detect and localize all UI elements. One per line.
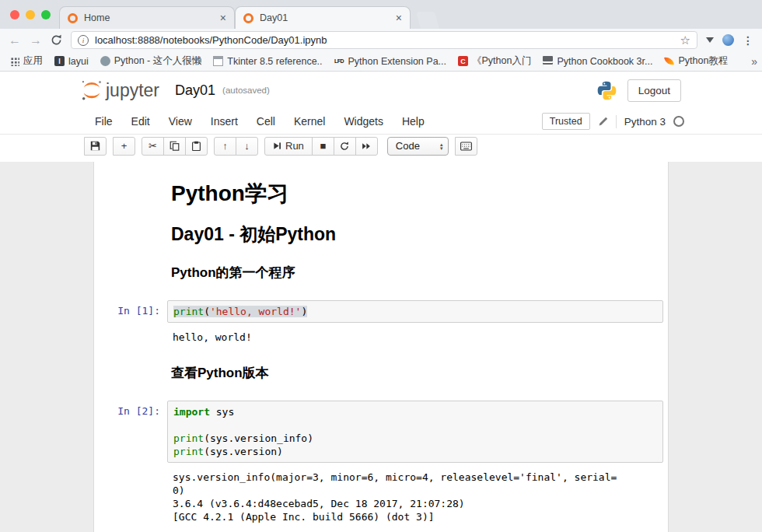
cell-type-value: Code <box>396 140 420 152</box>
arrow-down-icon: ↓ <box>244 140 250 152</box>
scissors-icon: ✂ <box>149 140 157 152</box>
restart-run-all-button[interactable] <box>355 137 378 156</box>
cell-output-row: hello, world! <box>94 323 668 347</box>
bookmark-tkinter[interactable]: Tkinter 8.5 reference.. <box>213 56 322 67</box>
feather-favicon-icon <box>665 56 675 66</box>
zoom-window-button[interactable] <box>41 10 51 19</box>
cell-output: hello, world! <box>167 327 663 347</box>
forward-icon[interactable]: → <box>30 34 42 47</box>
close-window-button[interactable] <box>10 10 19 19</box>
trusted-button[interactable]: Trusted <box>542 113 590 130</box>
new-tab-button[interactable] <box>416 12 439 29</box>
c-favicon-icon: C <box>458 56 468 66</box>
menu-insert[interactable]: Insert <box>201 115 247 128</box>
add-cell-button[interactable]: + <box>113 137 135 156</box>
reload-icon[interactable] <box>51 34 62 46</box>
menu-file[interactable]: File <box>86 115 122 128</box>
interrupt-kernel-button[interactable]: ■ <box>312 137 334 156</box>
logout-button[interactable]: Logout <box>627 79 681 102</box>
tab-home[interactable]: Home × <box>59 6 235 29</box>
notebook-heading2: Day01 - 初始Python <box>171 222 659 247</box>
run-button[interactable]: Run <box>264 137 313 156</box>
select-arrows-icon: ▴▾ <box>440 142 443 150</box>
save-icon <box>90 141 100 151</box>
notebook-title[interactable]: Day01 <box>175 82 215 99</box>
autosave-status: (autosaved) <box>222 86 270 95</box>
bookmark-python-intro[interactable]: C 《Python入门 <box>458 54 531 68</box>
markdown-cell[interactable]: 查看Python版本 <box>94 364 668 382</box>
paste-cell-button[interactable] <box>185 137 208 156</box>
bookmark-label: Python - 这个人很懒 <box>114 54 202 68</box>
blog-favicon-icon <box>100 56 110 66</box>
restart-icon <box>340 142 349 151</box>
bookmark-label: 《Python入门 <box>472 54 531 68</box>
bookmark-label: layui <box>68 56 89 67</box>
restart-kernel-button[interactable] <box>334 137 356 156</box>
book-favicon-icon <box>543 56 553 66</box>
run-icon <box>273 142 281 150</box>
bookmark-python-extension[interactable]: LFD Python Extension Pa... <box>334 56 446 67</box>
minimize-window-button[interactable] <box>26 10 35 19</box>
menu-view[interactable]: View <box>159 115 201 128</box>
bookmark-apps[interactable]: 应用 <box>10 54 43 68</box>
jupyter-wordmark: jupyter <box>106 80 159 101</box>
site-info-icon[interactable]: i <box>78 35 89 46</box>
profile-extension-icon[interactable] <box>722 34 734 46</box>
url-input[interactable]: i localhost:8888/notebooks/PythonCode/Da… <box>71 31 697 49</box>
lfd-favicon-icon: LFD <box>334 56 344 66</box>
markdown-cell[interactable]: Python学习 Day01 - 初始Python Python的第一个程序 <box>94 179 668 282</box>
code-cell-1[interactable]: In [1]: print('hello, world!') <box>94 300 668 323</box>
cell-type-select[interactable]: Code ▴▾ <box>387 137 449 156</box>
jupyter-planet-icon <box>80 79 103 102</box>
jupyter-header: jupyter Day01 (autosaved) Logout <box>0 72 762 109</box>
code-prompt: In [2]: <box>96 401 167 463</box>
apps-grid-icon <box>10 57 19 66</box>
bookmarks-overflow-icon[interactable]: » <box>751 55 757 68</box>
code-input[interactable]: print('hello, world!') <box>167 300 663 323</box>
notebook-heading1: Python学习 <box>171 179 659 208</box>
code-input[interactable]: import sys print(sys.version_info) print… <box>167 401 663 463</box>
menu-kernel[interactable]: Kernel <box>285 115 334 128</box>
copy-icon <box>170 141 180 151</box>
menu-cell[interactable]: Cell <box>247 115 285 128</box>
download-extension-icon[interactable] <box>706 37 714 43</box>
menu-widgets[interactable]: Widgets <box>334 115 393 128</box>
url-text: localhost:8888/notebooks/PythonCode/Day0… <box>95 34 674 46</box>
menu-help[interactable]: Help <box>393 115 434 128</box>
bookmark-layui[interactable]: l layui <box>54 56 89 67</box>
browser-menu-icon[interactable]: ⋮ <box>743 34 753 47</box>
kernel-name: Python 3 <box>624 116 666 128</box>
tab-close-icon[interactable]: × <box>396 12 402 24</box>
jupyter-menubar: File Edit View Insert Cell Kernel Widget… <box>0 109 762 135</box>
bookmark-star-icon[interactable]: ☆ <box>680 34 690 46</box>
tab-close-icon[interactable]: × <box>220 12 226 24</box>
move-cell-up-button[interactable]: ↑ <box>214 137 236 156</box>
bookmark-label: Python Cookbook 3r... <box>557 56 652 67</box>
move-cell-down-button[interactable]: ↓ <box>236 137 258 156</box>
tab-day01[interactable]: Day01 × <box>235 6 411 29</box>
save-button[interactable] <box>84 137 107 156</box>
bookmark-python-blog[interactable]: Python - 这个人很懒 <box>100 54 202 68</box>
bookmark-label: Tkinter 8.5 reference.. <box>227 56 322 67</box>
divider <box>616 115 617 128</box>
bookmark-label: 应用 <box>23 54 43 68</box>
jupyter-favicon-icon <box>243 13 253 23</box>
cut-cell-button[interactable]: ✂ <box>142 137 164 156</box>
address-bar: ← → i localhost:8888/notebooks/PythonCod… <box>0 29 762 51</box>
jupyter-toolbar: + ✂ ↑ ↓ Run ■ <box>0 135 762 162</box>
code-cell-2[interactable]: In [2]: import sys print(sys.version_inf… <box>94 401 668 463</box>
notebook-page: Python学习 Day01 - 初始Python Python的第一个程序 I… <box>93 162 669 532</box>
paste-icon <box>191 141 201 151</box>
code-prompt: In [1]: <box>96 300 167 323</box>
bookmark-cookbook[interactable]: Python Cookbook 3r... <box>543 56 652 67</box>
copy-cell-button[interactable] <box>163 137 186 156</box>
jupyter-logo[interactable]: jupyter <box>80 79 159 102</box>
menu-edit[interactable]: Edit <box>122 115 159 128</box>
keyboard-icon <box>460 142 472 151</box>
layui-favicon-icon: l <box>54 56 65 66</box>
bookmark-python-tutorial[interactable]: Python教程 <box>664 54 728 68</box>
edit-mode-pencil-icon <box>598 117 608 127</box>
notebook-scroll-area[interactable]: Python学习 Day01 - 初始Python Python的第一个程序 I… <box>0 162 762 532</box>
command-palette-button[interactable] <box>455 137 477 156</box>
back-icon[interactable]: ← <box>9 34 21 47</box>
